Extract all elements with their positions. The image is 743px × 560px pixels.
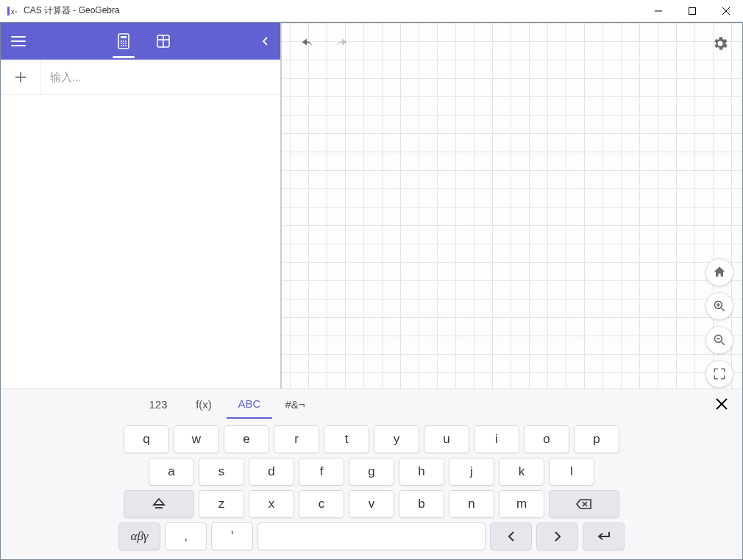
zoom-in-button[interactable] (705, 292, 733, 320)
key-right[interactable] (536, 522, 578, 550)
svg-point-8 (121, 40, 122, 42)
key-w[interactable]: w (174, 425, 219, 453)
key-s[interactable]: s (199, 458, 244, 486)
svg-point-14 (121, 45, 122, 46)
key-z[interactable]: z (199, 490, 244, 518)
key-t[interactable]: t (324, 425, 369, 453)
key-v[interactable]: v (349, 490, 394, 518)
graphics-toolbar-left (294, 30, 355, 57)
key-greek[interactable]: αβγ (118, 522, 160, 550)
key-left[interactable] (490, 522, 532, 550)
key-a[interactable]: a (149, 458, 194, 486)
redo-button[interactable] (329, 30, 355, 57)
svg-point-16 (125, 45, 127, 46)
graphics-view[interactable] (280, 23, 742, 389)
close-icon (716, 398, 728, 410)
window-controls (641, 0, 743, 21)
key-g[interactable]: g (349, 458, 394, 486)
key-h[interactable]: h (399, 458, 444, 486)
expression-input[interactable] (50, 71, 271, 83)
key-d[interactable]: d (249, 458, 294, 486)
key-u[interactable]: u (424, 425, 469, 453)
key-o[interactable]: o (524, 425, 569, 453)
keyboard-tab-bar: 123 f(x) ABC #&¬ (1, 389, 742, 419)
undo-icon (299, 35, 315, 52)
key-apostrophe[interactable]: ' (211, 522, 253, 550)
backspace-icon (576, 498, 592, 510)
shift-icon (152, 498, 166, 510)
hamburger-icon (11, 36, 26, 46)
keyboard-tab-symbols[interactable]: #&¬ (272, 389, 318, 419)
collapse-panel-button[interactable] (251, 24, 280, 59)
redo-icon (334, 35, 350, 52)
key-enter[interactable] (583, 522, 625, 550)
key-j[interactable]: j (449, 458, 494, 486)
key-e[interactable]: e (224, 425, 269, 453)
key-backspace[interactable] (549, 490, 619, 518)
view-tabs (36, 24, 251, 58)
window-maximize-button[interactable] (675, 0, 709, 22)
app-icon: x= (4, 4, 19, 18)
key-comma[interactable]: , (165, 522, 207, 550)
tab-algebra[interactable] (107, 24, 141, 58)
virtual-keyboard: 123 f(x) ABC #&¬ q w e r t y u i o p (1, 389, 742, 559)
svg-rect-3 (689, 8, 696, 15)
fullscreen-icon (713, 367, 726, 380)
grid-canvas (282, 23, 742, 389)
window-title: CAS 计算器 - GeoGebra (24, 4, 641, 17)
view-controls (705, 258, 733, 388)
tab-table[interactable] (146, 24, 180, 58)
keyboard-tab-123[interactable]: 123 (135, 389, 181, 419)
key-k[interactable]: k (499, 458, 544, 486)
key-r[interactable]: r (274, 425, 319, 453)
key-l[interactable]: l (549, 458, 594, 486)
home-icon (712, 265, 727, 280)
keyboard-tab-abc[interactable]: ABC (227, 389, 272, 419)
chevron-right-icon (553, 531, 562, 542)
key-b[interactable]: b (399, 490, 444, 518)
menu-button[interactable] (1, 24, 36, 59)
key-shift[interactable] (124, 490, 194, 518)
settings-button[interactable] (707, 30, 733, 57)
keyboard-close-button[interactable] (707, 389, 736, 419)
svg-line-23 (722, 308, 725, 311)
add-entry-button[interactable] (1, 60, 41, 94)
svg-point-12 (123, 43, 124, 44)
undo-button[interactable] (294, 30, 320, 57)
key-f[interactable]: f (299, 458, 344, 486)
key-y[interactable]: y (374, 425, 419, 453)
left-panel (1, 23, 280, 389)
key-n[interactable]: n (449, 490, 494, 518)
input-row (1, 60, 280, 95)
keyboard-row-1: q w e r t y u i o p (118, 425, 625, 453)
zoom-out-icon (712, 333, 727, 347)
table-icon (156, 34, 171, 49)
key-x[interactable]: x (249, 490, 294, 518)
key-i[interactable]: i (474, 425, 519, 453)
left-panel-header (1, 23, 280, 60)
key-p[interactable]: p (574, 425, 619, 453)
window-minimize-button[interactable] (641, 0, 675, 22)
zoom-out-button[interactable] (705, 326, 733, 354)
svg-line-27 (722, 342, 725, 345)
svg-rect-7 (121, 36, 127, 38)
key-c[interactable]: c (299, 490, 344, 518)
key-q[interactable]: q (124, 425, 169, 453)
window-titlebar: x= CAS 计算器 - GeoGebra (0, 0, 743, 22)
svg-text:x=: x= (11, 8, 17, 15)
graphics-toolbar-right (707, 30, 733, 57)
home-view-button[interactable] (705, 258, 733, 286)
keyboard-tab-fx[interactable]: f(x) (181, 389, 227, 419)
zoom-in-icon (712, 299, 727, 313)
svg-point-10 (125, 40, 127, 42)
window-close-button[interactable] (709, 0, 743, 22)
fullscreen-button[interactable] (705, 360, 733, 388)
gear-icon (711, 35, 729, 52)
key-space[interactable] (257, 522, 486, 550)
svg-rect-0 (7, 7, 10, 15)
svg-point-11 (121, 43, 122, 44)
svg-point-15 (123, 45, 124, 46)
key-m[interactable]: m (499, 490, 544, 518)
svg-point-13 (125, 43, 127, 44)
input-cell (41, 71, 280, 84)
